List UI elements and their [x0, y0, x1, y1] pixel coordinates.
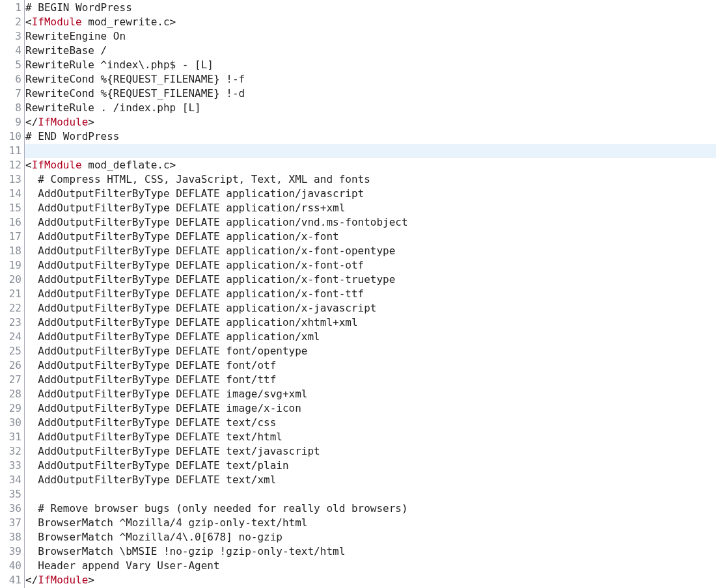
- code-line[interactable]: AddOutputFilterByType DEFLATE applicatio…: [25, 258, 716, 273]
- line-number-gutter: 1234567891011121314151617181920212223242…: [0, 0, 25, 588]
- line-number: 34: [0, 473, 24, 487]
- line-number: 5: [0, 58, 24, 72]
- code-line[interactable]: AddOutputFilterByType DEFLATE applicatio…: [25, 273, 716, 287]
- line-number: 8: [0, 101, 24, 115]
- line-number: 35: [0, 487, 24, 501]
- code-line[interactable]: AddOutputFilterByType DEFLATE image/x-ic…: [25, 401, 716, 416]
- code-line[interactable]: AddOutputFilterByType DEFLATE font/ttf: [25, 373, 716, 387]
- code-line[interactable]: AddOutputFilterByType DEFLATE applicatio…: [25, 215, 716, 230]
- line-number: 12: [0, 158, 24, 172]
- line-number: 30: [0, 416, 24, 430]
- code-line[interactable]: <IfModule mod_deflate.c>: [25, 158, 716, 172]
- code-line[interactable]: AddOutputFilterByType DEFLATE text/xml: [25, 473, 716, 487]
- line-number: 9: [0, 115, 24, 129]
- code-line[interactable]: AddOutputFilterByType DEFLATE text/css: [25, 416, 716, 430]
- line-number: 37: [0, 516, 24, 530]
- code-line[interactable]: AddOutputFilterByType DEFLATE applicatio…: [25, 287, 716, 301]
- code-token-plain: AddOutputFilterByType DEFLATE image/svg+…: [25, 388, 307, 400]
- code-line[interactable]: RewriteCond %{REQUEST_FILENAME} !-f: [25, 72, 716, 87]
- code-token-plain: AddOutputFilterByType DEFLATE font/ttf: [25, 373, 276, 386]
- line-number: 11: [0, 144, 24, 158]
- code-line[interactable]: # BEGIN WordPress: [25, 1, 716, 15]
- line-number: 24: [0, 330, 24, 344]
- line-number: 27: [0, 373, 24, 387]
- line-number: 21: [0, 287, 24, 301]
- code-line[interactable]: </IfModule>: [25, 573, 716, 587]
- line-number: 29: [0, 401, 24, 416]
- code-line[interactable]: # END WordPress: [25, 129, 716, 144]
- code-line[interactable]: AddOutputFilterByType DEFLATE applicatio…: [25, 201, 716, 215]
- code-line[interactable]: RewriteEngine On: [25, 29, 716, 44]
- code-token-punct: </: [25, 574, 38, 586]
- code-line[interactable]: <IfModule mod_rewrite.c>: [25, 15, 716, 29]
- code-line[interactable]: [25, 144, 716, 158]
- code-token-punct: </: [25, 116, 38, 128]
- code-line[interactable]: AddOutputFilterByType DEFLATE text/html: [25, 430, 716, 444]
- code-token-comment: # Remove browser bugs (only needed for r…: [25, 502, 408, 514]
- line-number: 40: [0, 559, 24, 573]
- code-token-plain: RewriteRule ^index\.php$ - [L]: [25, 59, 213, 71]
- line-number: 4: [0, 44, 24, 58]
- code-line[interactable]: RewriteCond %{REQUEST_FILENAME} !-d: [25, 87, 716, 101]
- code-line[interactable]: BrowserMatch ^Mozilla/4 gzip-only-text/h…: [25, 516, 716, 530]
- line-number: 41: [0, 573, 24, 587]
- line-number: 31: [0, 430, 24, 444]
- code-token-comment: # Compress HTML, CSS, JavaScript, Text, …: [25, 173, 370, 185]
- code-token-plain: AddOutputFilterByType DEFLATE applicatio…: [25, 216, 408, 228]
- code-line[interactable]: RewriteBase /: [25, 44, 716, 58]
- code-line[interactable]: # Compress HTML, CSS, JavaScript, Text, …: [25, 172, 716, 187]
- code-token-plain: Header append Vary User-Agent: [25, 559, 220, 572]
- line-number: 38: [0, 530, 24, 544]
- code-line[interactable]: # Remove browser bugs (only needed for r…: [25, 501, 716, 516]
- line-number: 17: [0, 230, 24, 244]
- code-token-plain: AddOutputFilterByType DEFLATE applicatio…: [25, 287, 364, 300]
- code-editor[interactable]: 1234567891011121314151617181920212223242…: [0, 0, 716, 588]
- code-token-plain: AddOutputFilterByType DEFLATE image/x-ic…: [25, 402, 301, 414]
- code-token-comment: # END WordPress: [25, 130, 120, 142]
- line-number: 20: [0, 273, 24, 287]
- code-line[interactable]: AddOutputFilterByType DEFLATE applicatio…: [25, 244, 716, 258]
- code-line[interactable]: AddOutputFilterByType DEFLATE text/plain: [25, 459, 716, 473]
- code-token-plain: BrowserMatch ^Mozilla/4 gzip-only-text/h…: [25, 516, 307, 529]
- line-number: 2: [0, 15, 24, 29]
- code-line[interactable]: RewriteRule ^index\.php$ - [L]: [25, 58, 716, 72]
- code-line[interactable]: AddOutputFilterByType DEFLATE applicatio…: [25, 330, 716, 344]
- code-token-punct: >: [88, 574, 94, 586]
- code-line[interactable]: AddOutputFilterByType DEFLATE applicatio…: [25, 187, 716, 201]
- code-token-tag: IfModule: [38, 116, 88, 128]
- code-area[interactable]: # BEGIN WordPress<IfModule mod_rewrite.c…: [25, 0, 716, 588]
- line-number: 7: [0, 87, 24, 101]
- code-line[interactable]: AddOutputFilterByType DEFLATE font/otf: [25, 358, 716, 373]
- line-number: 15: [0, 201, 24, 215]
- code-line[interactable]: [25, 487, 716, 501]
- line-number: 28: [0, 387, 24, 401]
- code-token-plain: AddOutputFilterByType DEFLATE text/javas…: [25, 445, 320, 457]
- code-token-tag: IfModule: [32, 159, 82, 171]
- code-token-plain: RewriteBase /: [25, 44, 107, 57]
- code-line[interactable]: RewriteRule . /index.php [L]: [25, 101, 716, 115]
- code-token-plain: AddOutputFilterByType DEFLATE applicatio…: [25, 330, 320, 343]
- code-token-plain: AddOutputFilterByType DEFLATE font/opent…: [25, 345, 307, 357]
- code-line[interactable]: AddOutputFilterByType DEFLATE applicatio…: [25, 315, 716, 330]
- code-line[interactable]: Header append Vary User-Agent: [25, 559, 716, 573]
- code-token-plain: AddOutputFilterByType DEFLATE font/otf: [25, 359, 276, 371]
- line-number: 33: [0, 459, 24, 473]
- code-token-plain: BrowserMatch \bMSIE !no-gzip !gzip-only-…: [25, 545, 345, 557]
- code-token-plain: AddOutputFilterByType DEFLATE applicatio…: [25, 316, 358, 328]
- code-token-plain: AddOutputFilterByType DEFLATE applicatio…: [25, 302, 376, 314]
- code-token-attr: mod_deflate.c: [82, 159, 170, 171]
- line-number: 13: [0, 172, 24, 187]
- code-line[interactable]: AddOutputFilterByType DEFLATE text/javas…: [25, 444, 716, 459]
- code-line[interactable]: AddOutputFilterByType DEFLATE applicatio…: [25, 301, 716, 315]
- code-line[interactable]: AddOutputFilterByType DEFLATE font/opent…: [25, 344, 716, 358]
- code-line[interactable]: AddOutputFilterByType DEFLATE applicatio…: [25, 230, 716, 244]
- code-token-plain: RewriteCond %{REQUEST_FILENAME} !-f: [25, 73, 245, 85]
- code-line[interactable]: BrowserMatch \bMSIE !no-gzip !gzip-only-…: [25, 544, 716, 559]
- code-line[interactable]: AddOutputFilterByType DEFLATE image/svg+…: [25, 387, 716, 401]
- code-line[interactable]: </IfModule>: [25, 115, 716, 129]
- code-token-plain: RewriteEngine On: [25, 30, 126, 42]
- code-token-plain: AddOutputFilterByType DEFLATE applicatio…: [25, 187, 364, 200]
- code-line[interactable]: BrowserMatch ^Mozilla/4\.0[678] no-gzip: [25, 530, 716, 544]
- line-number: 19: [0, 258, 24, 273]
- code-token-plain: RewriteRule . /index.php [L]: [25, 101, 201, 114]
